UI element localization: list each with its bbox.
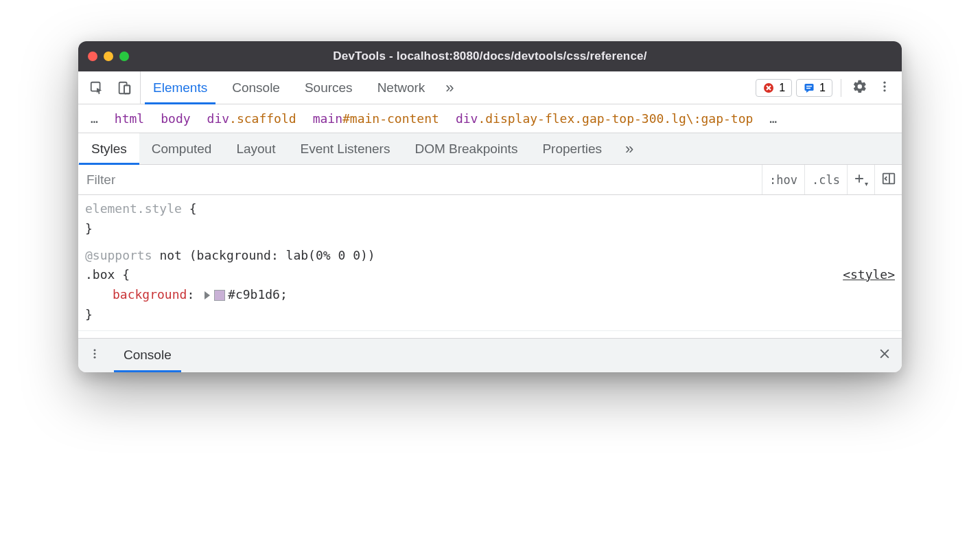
styles-filter-row: :hov .cls ▾ (78, 165, 902, 195)
tab-sources[interactable]: Sources (292, 71, 365, 104)
css-value: #c9b1d6 (228, 287, 280, 302)
style-rule-element-style[interactable]: element.style { } (85, 199, 895, 239)
chevron-double-right-icon: » (445, 79, 454, 97)
kebab-icon (878, 80, 891, 96)
css-property: background (113, 287, 187, 302)
computed-sidebar-toggle[interactable] (874, 165, 902, 194)
subtab-dom-breakpoints[interactable]: DOM Breakpoints (402, 133, 530, 164)
tabs-overflow-button[interactable]: » (437, 71, 462, 104)
close-window-button[interactable] (88, 52, 97, 61)
subtab-layout[interactable]: Layout (224, 133, 288, 164)
svg-rect-5 (805, 84, 814, 91)
elements-subtabs: Styles Computed Layout Event Listeners D… (78, 133, 902, 165)
svg-rect-2 (124, 85, 130, 93)
messages-count: 1 (819, 82, 826, 94)
panel-toggle-icon (881, 171, 896, 189)
plus-icon (852, 172, 866, 188)
svg-point-8 (883, 89, 885, 91)
traffic-lights (88, 52, 129, 61)
breadcrumb-item-div-flex[interactable]: div.display-flex.gap-top-300.lg\:gap-top (447, 111, 761, 126)
panel-tabs: Elements Console Sources Network » (141, 71, 749, 104)
maximize-window-button[interactable] (119, 52, 129, 61)
titlebar: DevTools - localhost:8080/docs/devtools/… (78, 41, 902, 71)
minimize-window-button[interactable] (104, 52, 113, 61)
toolbar-right-group: 1 1 (749, 71, 902, 104)
tab-sources-label: Sources (305, 80, 353, 95)
styles-pane: element.style { } @supports not (backgro… (78, 195, 902, 338)
stylesheet-source-link[interactable]: <style> (843, 265, 895, 285)
more-options-button[interactable] (874, 78, 895, 98)
at-rule-condition: not (background: lab(0% 0 0)) (152, 248, 375, 262)
tab-console-label: Console (232, 80, 280, 95)
styles-filter-input[interactable] (78, 165, 762, 194)
tab-elements[interactable]: Elements (141, 71, 220, 104)
devtools-window: DevTools - localhost:8080/docs/devtools/… (78, 41, 902, 372)
chevron-double-right-icon: » (625, 140, 633, 158)
svg-point-11 (94, 350, 96, 352)
breadcrumb-leading-ellipsis[interactable]: … (82, 111, 106, 126)
dropdown-caret-icon: ▾ (865, 180, 868, 188)
subtab-event-listeners[interactable]: Event Listeners (288, 133, 402, 164)
device-toolbar-icon[interactable] (114, 78, 135, 98)
subtab-properties[interactable]: Properties (530, 133, 614, 164)
dom-breadcrumb: … html body div.scaffold main#main-conte… (78, 104, 902, 133)
close-icon (878, 347, 891, 363)
subtab-computed[interactable]: Computed (139, 133, 224, 164)
window-title: DevTools - localhost:8080/docs/devtools/… (78, 49, 902, 63)
gear-icon (852, 79, 867, 97)
css-declaration[interactable]: background: #c9b1d6; (85, 285, 895, 305)
kebab-icon (89, 348, 101, 363)
breadcrumb-item-html[interactable]: html (106, 111, 152, 126)
drawer-close-button[interactable] (867, 339, 902, 372)
selector-text: element.style (85, 201, 182, 216)
tab-network[interactable]: Network (365, 71, 438, 104)
style-rule-box[interactable]: @supports not (background: lab(0% 0 0)) … (85, 246, 895, 325)
breadcrumb-trailing-ellipsis[interactable]: … (761, 111, 785, 126)
hover-toggle-button[interactable]: :hov (762, 165, 804, 194)
svg-point-7 (883, 85, 885, 87)
messages-badge[interactable]: 1 (796, 79, 832, 97)
tab-console[interactable]: Console (220, 71, 292, 104)
color-swatch[interactable] (214, 290, 225, 301)
cls-toggle-button[interactable]: .cls (804, 165, 847, 194)
drawer-more-button[interactable] (78, 339, 111, 372)
error-icon (762, 82, 775, 94)
settings-button[interactable] (850, 78, 870, 98)
tab-elements-label: Elements (153, 80, 207, 95)
svg-point-13 (94, 356, 96, 359)
breadcrumb-item-div-scaffold[interactable]: div.scaffold (199, 111, 305, 126)
message-icon (803, 82, 815, 94)
breadcrumb-item-main[interactable]: main#main-content (305, 111, 447, 126)
main-toolbar: Elements Console Sources Network » 1 1 (78, 71, 902, 104)
svg-point-12 (94, 353, 96, 355)
drawer-tab-console[interactable]: Console (111, 339, 184, 372)
inspect-element-icon[interactable] (86, 78, 107, 98)
at-rule-keyword: @supports (85, 248, 152, 262)
console-drawer: Console (78, 338, 902, 372)
subtab-styles[interactable]: Styles (78, 133, 139, 164)
errors-badge[interactable]: 1 (756, 79, 792, 97)
expand-shorthand-icon[interactable] (205, 291, 210, 299)
breadcrumb-item-body[interactable]: body (152, 111, 198, 126)
rule-separator (78, 330, 902, 331)
subtabs-overflow-button[interactable]: » (614, 133, 644, 164)
toolbar-left-group (78, 71, 141, 104)
selector-text: .box (85, 267, 115, 282)
new-style-rule-button[interactable]: ▾ (847, 165, 874, 194)
svg-point-6 (883, 81, 885, 83)
drawer-spacer (184, 339, 867, 372)
toolbar-separator (841, 79, 841, 97)
errors-count: 1 (779, 82, 785, 94)
tab-network-label: Network (377, 80, 425, 95)
